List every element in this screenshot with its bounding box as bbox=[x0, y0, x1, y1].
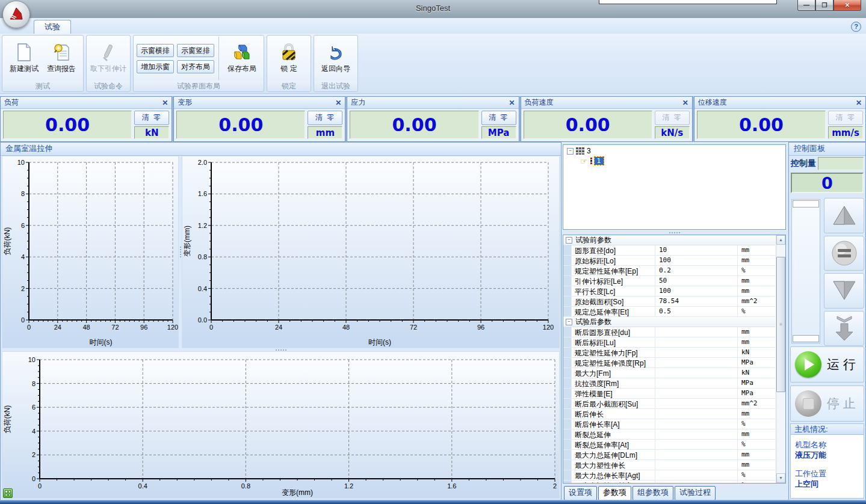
restore-button[interactable]: ❐ bbox=[815, 0, 834, 11]
parameter-row: 规定塑性延伸率[Ep]0.2% bbox=[563, 266, 775, 276]
tree-selected-node[interactable]: 1 bbox=[595, 157, 604, 165]
layout-button[interactable]: 示窗横排 bbox=[137, 44, 174, 57]
parameter-value[interactable] bbox=[655, 429, 738, 439]
x-axis-label: 时间(s) bbox=[368, 338, 391, 346]
layout-button[interactable]: 增加示窗 bbox=[137, 60, 174, 73]
parameter-value[interactable]: 50 bbox=[655, 276, 738, 286]
parameter-unit: mm bbox=[738, 276, 775, 286]
parameter-value[interactable]: 78.54 bbox=[655, 297, 738, 306]
run-button[interactable]: 运 行 bbox=[790, 346, 864, 383]
control-quantity-input[interactable] bbox=[818, 157, 864, 170]
close-icon[interactable]: ✕ bbox=[856, 99, 862, 107]
minimize-button[interactable]: — bbox=[797, 0, 815, 11]
parameter-group-header[interactable]: −试验后参数 bbox=[563, 317, 775, 327]
jog-down-button[interactable] bbox=[824, 273, 864, 309]
tree-child-item[interactable]: ☞ 1 bbox=[563, 155, 785, 165]
close-button[interactable]: ✕ bbox=[834, 0, 861, 11]
parameter-name: 平行长度[Lc] bbox=[572, 286, 655, 296]
svg-text:120: 120 bbox=[543, 324, 554, 331]
parameter-value[interactable] bbox=[655, 337, 738, 347]
tab-test[interactable]: 试验 bbox=[34, 20, 71, 34]
parameter-value[interactable] bbox=[655, 409, 738, 419]
parameter-value[interactable] bbox=[655, 389, 738, 398]
jog-fast-down-button[interactable] bbox=[824, 311, 864, 346]
parameter-value[interactable] bbox=[655, 460, 738, 470]
parameter-value[interactable] bbox=[655, 327, 738, 337]
parameter-value[interactable] bbox=[655, 358, 738, 367]
close-icon[interactable]: ✕ bbox=[162, 99, 168, 107]
parameter-value[interactable]: 100 bbox=[655, 286, 738, 296]
parameter-row: 原始标距[Lo]100mm bbox=[563, 256, 775, 266]
svg-text:1.6: 1.6 bbox=[198, 190, 207, 197]
bottom-tab-0[interactable]: 设置项 bbox=[564, 486, 597, 500]
table-scrollbar[interactable]: ▲ ≡ ▼ bbox=[776, 235, 785, 483]
collapse-icon[interactable]: − bbox=[567, 148, 574, 155]
svg-text:10: 10 bbox=[17, 159, 25, 166]
save-layout-button[interactable]: 保存布局 bbox=[223, 41, 261, 75]
bottom-tab-2[interactable]: 组参数项 bbox=[632, 486, 673, 500]
bottom-tab-3[interactable]: 试验过程 bbox=[675, 486, 716, 500]
layout-button[interactable]: 对齐布局 bbox=[177, 60, 214, 73]
back-to-wizard-button[interactable]: 返回向导 bbox=[317, 41, 354, 75]
close-icon[interactable]: ✕ bbox=[335, 99, 341, 107]
parameter-value[interactable] bbox=[655, 440, 738, 449]
clear-button[interactable]: 清 零 bbox=[134, 111, 169, 125]
parameter-value[interactable] bbox=[655, 378, 738, 388]
parameter-table: −试验前参数圆形直径[do]10mm原始标距[Lo]100mm规定塑性延伸率[E… bbox=[563, 235, 786, 484]
scroll-down-icon[interactable]: ▼ bbox=[776, 473, 785, 483]
host-status-info: 机型名称 液压万能 工作位置 上空间 bbox=[790, 435, 864, 499]
svg-text:0.8: 0.8 bbox=[241, 482, 250, 490]
parameter-value[interactable]: 0.5 bbox=[655, 307, 738, 316]
parameter-value[interactable] bbox=[655, 470, 738, 480]
new-test-button[interactable]: 新建测试 bbox=[5, 41, 43, 75]
clear-button[interactable]: 清 零 bbox=[308, 111, 342, 125]
parameter-unit: mm bbox=[738, 256, 775, 265]
chart-horizontal-splitter[interactable] bbox=[2, 348, 560, 351]
close-icon[interactable]: ✕ bbox=[509, 99, 515, 107]
collapse-icon[interactable]: − bbox=[566, 237, 572, 244]
parameter-name: 抗拉强度[Rm] bbox=[572, 378, 655, 388]
layout-button[interactable]: 示窗竖排 bbox=[177, 44, 214, 57]
parameter-value[interactable] bbox=[655, 450, 738, 459]
parameter-value[interactable]: 10 bbox=[655, 245, 738, 255]
parameter-value[interactable] bbox=[655, 348, 738, 357]
slider-thumb-top[interactable] bbox=[793, 200, 819, 207]
meter-title: 应力 bbox=[351, 97, 365, 108]
tree-table-splitter[interactable] bbox=[563, 231, 786, 234]
parameter-name: 断后最小截面积[Su] bbox=[572, 399, 655, 408]
layout-grid-icon[interactable] bbox=[3, 488, 13, 498]
close-icon[interactable]: ✕ bbox=[682, 99, 688, 107]
parameter-unit: % bbox=[738, 470, 775, 480]
speed-slider[interactable] bbox=[791, 199, 820, 343]
svg-text:2.0: 2.0 bbox=[198, 159, 207, 166]
parameter-name: 断裂总延伸率[At] bbox=[572, 440, 655, 449]
parameter-unit: % bbox=[738, 266, 775, 275]
scrollbar-thumb[interactable]: ≡ bbox=[776, 257, 785, 392]
bottom-tab-1[interactable]: 参数项 bbox=[598, 486, 631, 500]
help-icon[interactable]: ? bbox=[851, 22, 861, 32]
parameter-value[interactable]: 100 bbox=[655, 256, 738, 265]
slider-thumb-bottom[interactable] bbox=[793, 335, 819, 342]
parameter-group-header[interactable]: −试验前参数 bbox=[563, 235, 775, 245]
parameter-unit: mm bbox=[738, 327, 775, 337]
clear-button[interactable]: 清 零 bbox=[481, 111, 516, 125]
window-bottom-frame bbox=[0, 500, 866, 504]
jog-up-button[interactable] bbox=[824, 198, 864, 233]
parameter-value[interactable] bbox=[655, 419, 738, 429]
lock-button[interactable]: 锁 定 bbox=[270, 41, 308, 75]
parameter-value[interactable]: 0.2 bbox=[655, 266, 738, 275]
query-report-button[interactable]: 查询报告 bbox=[43, 41, 80, 75]
collapse-icon[interactable]: − bbox=[566, 319, 572, 325]
jog-stop-button[interactable] bbox=[824, 236, 864, 271]
tree-root-item[interactable]: − 3 bbox=[563, 145, 785, 155]
ribbon-group-label: 退出试验 bbox=[314, 81, 357, 91]
scroll-up-icon[interactable]: ▲ bbox=[776, 235, 785, 245]
parameter-value[interactable] bbox=[655, 481, 738, 483]
tree-root-label: 3 bbox=[587, 147, 591, 155]
parameter-row: 断裂总延伸率[At]% bbox=[563, 440, 775, 450]
app-menu-button[interactable] bbox=[2, 1, 30, 28]
chart-vertical-splitter[interactable] bbox=[179, 156, 182, 348]
parameter-value[interactable] bbox=[655, 399, 738, 408]
parameter-value[interactable] bbox=[655, 368, 738, 378]
svg-text:0: 0 bbox=[32, 475, 36, 482]
